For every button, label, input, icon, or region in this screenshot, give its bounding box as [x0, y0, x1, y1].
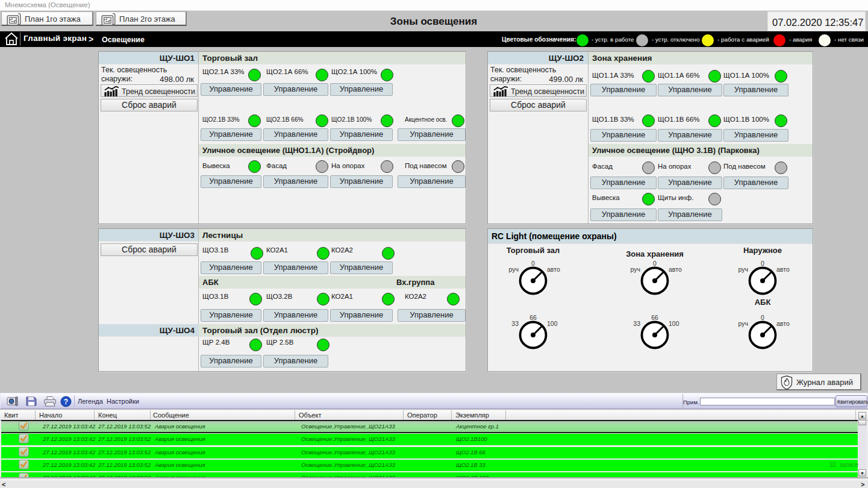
svg-text:?: ?	[64, 398, 68, 406]
